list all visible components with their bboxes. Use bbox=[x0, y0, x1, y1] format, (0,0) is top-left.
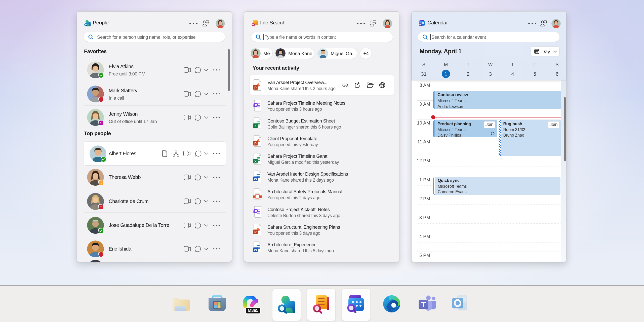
svg-text:P: P bbox=[254, 86, 257, 90]
svg-text:P: P bbox=[254, 230, 257, 234]
svg-text:X: X bbox=[254, 159, 257, 163]
svg-text:X: X bbox=[254, 124, 257, 128]
svg-text:P: P bbox=[254, 142, 257, 145]
svg-text:W: W bbox=[254, 177, 257, 181]
svg-text:W: W bbox=[254, 248, 257, 252]
